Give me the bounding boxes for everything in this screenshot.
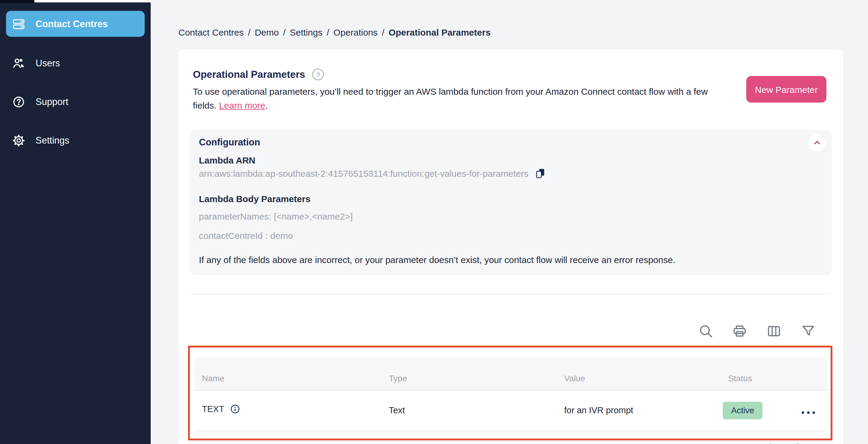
columns-icon[interactable] — [766, 323, 782, 339]
status-badge: Active — [723, 402, 763, 419]
sidebar-item-contact-centres[interactable]: Contact Centres — [6, 11, 145, 37]
copy-icon[interactable] — [534, 168, 546, 179]
table-divider — [195, 431, 828, 431]
users-icon — [12, 57, 25, 70]
info-icon[interactable] — [230, 404, 241, 414]
configuration-panel: Configuration Lambda ARN arn:aws:lambda:… — [190, 130, 832, 275]
new-parameter-button[interactable]: New Parameter — [746, 76, 827, 102]
main-card: Operational Parameters ? To use operatio… — [179, 50, 843, 444]
parameter-name: TEXT — [202, 404, 224, 414]
body-parameter-names: parameterNames: [<name>,<name2>] — [199, 211, 352, 221]
breadcrumb-segment[interactable]: Contact Centres — [179, 27, 244, 37]
cell-value: for an IVR prompt — [564, 405, 633, 415]
breadcrumb-separator: / — [327, 27, 329, 37]
pagination-next-icon[interactable] — [794, 440, 801, 444]
cell-name: TEXT — [202, 404, 241, 414]
learn-more-link[interactable]: Learn more — [219, 100, 265, 110]
intro-line2-prefix: fields. — [193, 100, 219, 110]
sidebar-item-label: Support — [36, 96, 68, 108]
breadcrumb-segment[interactable]: Demo — [255, 27, 279, 37]
body-contact-centre-id: contactCentreId : demo — [199, 231, 293, 241]
print-icon[interactable] — [732, 323, 747, 339]
breadcrumb-segment[interactable]: Operations — [333, 27, 378, 37]
sidebar-item-users[interactable]: Users — [0, 51, 151, 76]
window-edge-artifact-dark — [0, 0, 34, 3]
window-edge-artifact-light — [34, 0, 151, 2]
lambda-arn-row: arn:aws:lambda:ap-southeast-2:4157651531… — [199, 168, 546, 179]
gear-icon — [12, 134, 25, 147]
configuration-title: Configuration — [199, 137, 260, 148]
breadcrumb-current: Operational Parameters — [389, 27, 491, 37]
breadcrumb: Contact Centres/Demo/Settings/Operations… — [179, 27, 491, 37]
filter-icon[interactable] — [801, 323, 816, 339]
breadcrumb-separator: / — [248, 27, 250, 37]
question-circle-icon[interactable]: ? — [312, 69, 324, 80]
sidebar-item-support[interactable]: Support — [0, 90, 151, 114]
app: Contact Centres Users Sup — [0, 0, 868, 444]
intro-line2-suffix: . — [265, 100, 268, 110]
server-stack-icon — [12, 17, 25, 30]
highlight-outline: Name Type Value Status TEXT Text — [188, 346, 832, 440]
lambda-arn-label: Lambda ARN — [199, 155, 255, 165]
sidebar-item-settings[interactable]: Settings — [0, 128, 151, 153]
sidebar-item-label: Contact Centres — [36, 19, 107, 29]
intro-line1: To use operational parameters, you’ll ne… — [193, 86, 708, 96]
help-circle-icon — [12, 95, 25, 109]
configuration-note: If any of the fields above are incorrect… — [199, 255, 675, 265]
breadcrumb-separator: / — [283, 27, 285, 37]
sidebar-item-label: Users — [36, 58, 60, 69]
chevron-up-icon — [812, 138, 822, 148]
cell-type: Text — [389, 405, 405, 415]
sidebar-item-label: Settings — [36, 135, 69, 146]
search-icon[interactable] — [698, 323, 714, 339]
collapse-button[interactable] — [808, 134, 826, 151]
sidebar: Contact Centres Users Sup — [0, 0, 151, 444]
lambda-arn-value: arn:aws:lambda:ap-southeast-2:4157651531… — [199, 168, 528, 179]
more-horizontal-icon[interactable] — [801, 407, 816, 413]
lambda-body-parameters-label: Lambda Body Parameters — [199, 194, 310, 204]
pagination-prev-icon[interactable] — [767, 440, 774, 444]
column-header-name: Name — [202, 374, 224, 383]
page-title-row: Operational Parameters ? — [193, 69, 324, 80]
breadcrumb-segment[interactable]: Settings — [290, 27, 322, 37]
breadcrumb-separator: / — [382, 27, 384, 37]
page-title: Operational Parameters — [193, 69, 305, 80]
column-header-status: Status — [728, 374, 752, 383]
section-divider — [190, 294, 829, 294]
column-header-type: Type — [389, 374, 407, 383]
intro-text: To use operational parameters, you’ll ne… — [193, 85, 753, 112]
table-divider — [195, 390, 828, 391]
column-header-value: Value — [564, 374, 585, 383]
